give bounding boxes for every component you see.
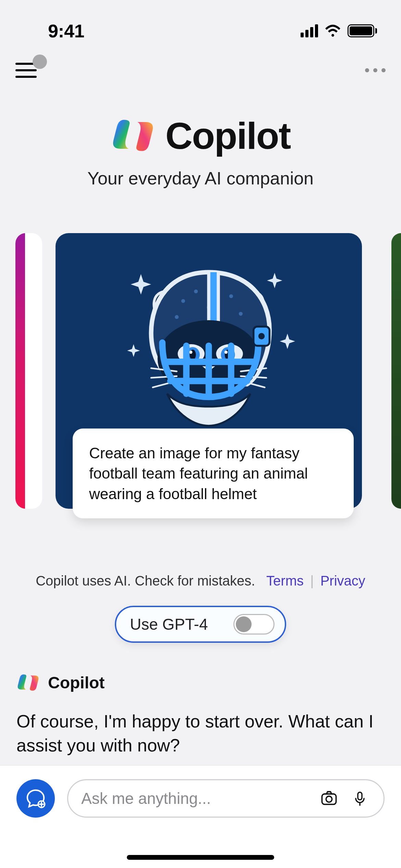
app-subtitle: Your everyday AI companion [0, 168, 401, 189]
menu-button[interactable] [15, 63, 37, 78]
chat-message: Of course, I'm happy to start over. What… [16, 709, 385, 757]
privacy-link[interactable]: Privacy [320, 573, 365, 588]
terms-link[interactable]: Terms [266, 573, 304, 588]
home-indicator[interactable] [127, 855, 274, 860]
carousel-next-card[interactable] [391, 233, 401, 509]
suggestion-card[interactable]: Create an image for my fantasy football … [56, 233, 362, 509]
hero: Copilot Your everyday AI companion [0, 113, 401, 189]
disclaimer-text: Copilot uses AI. Check for mistakes. [36, 573, 255, 588]
cellular-icon [301, 24, 318, 37]
mic-button[interactable] [349, 788, 370, 809]
status-time: 9:41 [48, 20, 84, 41]
ask-input[interactable] [81, 789, 309, 808]
status-icons [301, 24, 377, 37]
suggestion-carousel[interactable]: Create an image for my fantasy football … [0, 233, 401, 514]
input-bar [0, 765, 401, 868]
app-title: Copilot [166, 114, 291, 157]
suggestion-image [56, 233, 362, 446]
gpt4-toggle-label: Use GPT-4 [130, 615, 208, 634]
svg-point-14 [189, 351, 192, 354]
toggle-switch[interactable] [233, 614, 275, 635]
nav-row [0, 48, 401, 93]
suggestion-caption[interactable]: Create an image for my fantasy football … [73, 429, 354, 518]
ask-input-container[interactable] [67, 779, 385, 818]
svg-point-1 [194, 289, 198, 293]
suggestion-caption-text: Create an image for my fantasy football … [89, 443, 337, 504]
gpt4-toggle[interactable]: Use GPT-4 [115, 606, 286, 643]
svg-point-28 [258, 333, 265, 339]
new-chat-button[interactable] [16, 779, 55, 818]
wifi-icon [324, 24, 341, 37]
chat-sender: Copilot [48, 673, 105, 692]
svg-point-0 [181, 299, 185, 303]
status-bar: 9:41 [0, 0, 401, 48]
svg-point-3 [229, 294, 233, 298]
battery-icon [348, 24, 377, 37]
more-button[interactable] [365, 68, 386, 72]
svg-rect-32 [322, 794, 336, 804]
carousel-prev-card[interactable] [15, 233, 42, 509]
copilot-logo-icon [111, 113, 155, 158]
camera-button[interactable] [318, 788, 340, 809]
notification-dot-icon [33, 55, 47, 69]
separator: | [310, 573, 314, 588]
svg-point-33 [326, 796, 332, 802]
copilot-avatar-icon [16, 671, 40, 694]
disclaimer-row: Copilot uses AI. Check for mistakes. Ter… [0, 573, 401, 589]
chat-area: Copilot Of course, I'm happy to start ov… [0, 671, 401, 757]
svg-point-15 [224, 351, 228, 354]
svg-point-5 [239, 312, 243, 316]
svg-rect-34 [358, 792, 362, 800]
svg-point-4 [175, 315, 179, 319]
